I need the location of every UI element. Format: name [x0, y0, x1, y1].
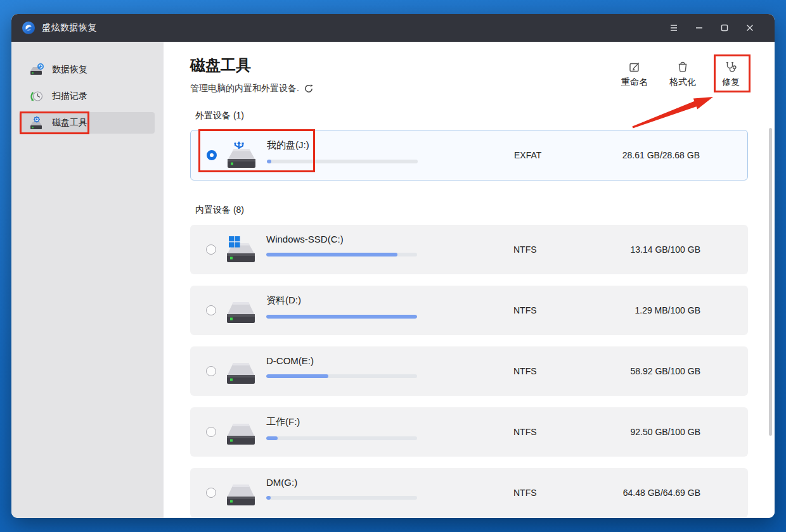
filesystem-type: NTFS	[513, 305, 537, 315]
capacity-bar-fill	[266, 496, 271, 500]
refresh-icon[interactable]	[304, 84, 314, 94]
format-icon	[676, 61, 689, 73]
device-row-d-com-e[interactable]: D-COM(E:) NTFS 58.92 GB/100 GB	[190, 346, 748, 396]
capacity-text: 13.14 GB/100 GB	[630, 244, 700, 255]
device-name: Windows-SSD(C:)	[266, 234, 417, 244]
capacity-bar	[266, 253, 417, 256]
sidebar-item-data-recovery[interactable]: 数据恢复	[19, 59, 155, 80]
capacity-bar	[266, 315, 417, 319]
internal-devices-label: 内置设备 (8)	[195, 205, 775, 216]
drive-icon	[224, 478, 257, 507]
drive-icon	[224, 357, 257, 386]
capacity-bar-fill	[266, 436, 278, 440]
device-name: 工作(F:)	[266, 416, 417, 428]
device-row-dm-g[interactable]: DM(G:) NTFS 64.48 GB/64.69 GB	[190, 468, 748, 517]
app-logo-icon	[22, 21, 35, 35]
device-row-my-disk-j[interactable]: 我的盘(J:) EXFAT 28.61 GB/28.68 GB	[190, 130, 748, 180]
windows-drive-icon	[224, 235, 257, 264]
capacity-text: 64.48 GB/64.69 GB	[623, 488, 700, 498]
menu-icon[interactable]	[661, 14, 686, 42]
repair-label: 修复	[722, 77, 740, 88]
rename-icon	[628, 61, 641, 73]
capacity-bar	[266, 374, 417, 378]
radio-button[interactable]	[206, 244, 216, 255]
drive-recovery-icon	[29, 63, 44, 77]
device-row-work-f[interactable]: 工作(F:) NTFS 92.50 GB/100 GB	[190, 407, 748, 457]
maximize-icon[interactable]	[712, 14, 737, 42]
capacity-bar	[266, 436, 417, 440]
title-bar[interactable]: 盛炫数据恢复	[11, 14, 775, 42]
device-name: D-COM(E:)	[266, 355, 417, 366]
disk-toolbar: 重命名 格式化	[614, 61, 751, 88]
radio-button[interactable]	[207, 150, 217, 160]
sidebar-item-label: 扫描记录	[52, 91, 87, 102]
sidebar: 数据恢复 扫描记录	[11, 42, 164, 518]
capacity-text: 58.92 GB/100 GB	[630, 366, 700, 376]
sidebar-item-label: 数据恢复	[52, 64, 87, 75]
capacity-text: 92.50 GB/100 GB	[630, 427, 700, 437]
radio-button[interactable]	[206, 488, 216, 498]
device-row-data-d[interactable]: 资料(D:) NTFS 1.29 MB/100 GB	[190, 286, 748, 335]
drive-icon	[224, 417, 257, 446]
format-button[interactable]: 格式化	[662, 61, 703, 88]
usb-drive-icon	[225, 141, 258, 170]
device-row-windows-ssd-c[interactable]: Windows-SSD(C:) NTFS 13.14 GB/100 GB	[190, 225, 748, 274]
filesystem-type: NTFS	[513, 427, 537, 437]
capacity-bar-fill	[266, 374, 328, 378]
external-devices-label: 外置设备 (1)	[195, 110, 775, 122]
drive-gear-icon	[29, 116, 44, 130]
app-window: 盛炫数据恢复	[11, 14, 775, 518]
device-name: 我的盘(J:)	[267, 139, 418, 151]
window-controls	[661, 14, 775, 42]
filesystem-type: NTFS	[513, 244, 537, 255]
sidebar-item-disk-tools[interactable]: 磁盘工具	[19, 112, 155, 134]
capacity-bar-fill	[266, 253, 397, 256]
device-name: 资料(D:)	[266, 294, 417, 307]
capacity-bar-fill	[266, 315, 417, 319]
app-title: 盛炫数据恢复	[42, 22, 97, 34]
sidebar-item-label: 磁盘工具	[52, 117, 87, 129]
radio-button[interactable]	[206, 366, 216, 376]
close-icon[interactable]	[737, 14, 763, 42]
capacity-text: 28.61 GB/28.68 GB	[622, 150, 700, 160]
radio-button[interactable]	[206, 427, 216, 437]
rename-button[interactable]: 重命名	[614, 61, 655, 88]
capacity-bar-fill	[267, 160, 271, 163]
vertical-scrollbar[interactable]	[769, 128, 772, 436]
filesystem-type: NTFS	[513, 366, 537, 376]
sidebar-item-scan-history[interactable]: 扫描记录	[19, 86, 155, 107]
desktop-background: 盛炫数据恢复	[0, 0, 786, 532]
capacity-bar	[267, 160, 418, 163]
repair-icon	[725, 61, 737, 73]
scan-history-icon	[29, 89, 44, 103]
drive-icon	[224, 296, 257, 325]
page-subtitle: 管理电脑的内置和外置设备.	[190, 83, 299, 94]
format-label: 格式化	[669, 77, 696, 88]
capacity-bar	[266, 496, 417, 500]
main-content: 磁盘工具 管理电脑的内置和外置设备. 重命名	[164, 42, 775, 518]
device-name: DM(G:)	[266, 477, 417, 488]
capacity-text: 1.29 MB/100 GB	[635, 305, 700, 315]
radio-button[interactable]	[206, 305, 216, 315]
filesystem-type: EXFAT	[514, 150, 541, 160]
repair-button[interactable]: 修复	[711, 61, 751, 88]
filesystem-type: NTFS	[513, 488, 537, 498]
minimize-icon[interactable]	[686, 14, 712, 42]
rename-label: 重命名	[621, 77, 648, 88]
